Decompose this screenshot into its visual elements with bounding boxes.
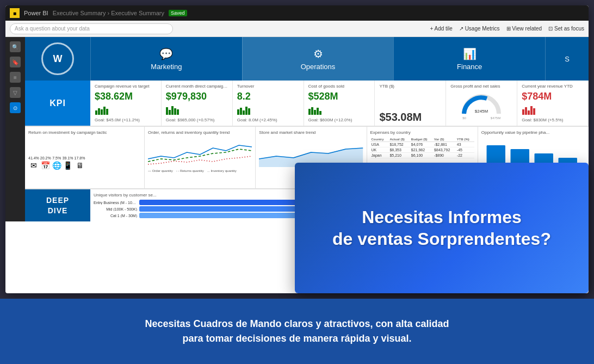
kpi-cell-2: Current month direct campaign r... $979,… [162, 81, 233, 126]
store-trend-title: Store and market share trend [259, 130, 363, 135]
gauge-min: $0 [462, 116, 466, 120]
legend-order: — Order quantity [148, 169, 173, 172]
overlay-box: Necesitas Informes de ventas Sorprendent… [295, 163, 589, 293]
sidebar-filter-icon[interactable]: ▽ [10, 87, 21, 98]
order-trend-svg [148, 137, 252, 167]
kpi-cell-5: YTB ($) $53.08M [375, 81, 446, 126]
overlay-headline: Necesitas Informes de ventas Sorprendent… [332, 206, 551, 250]
cell-budget: $6,100 [410, 153, 433, 158]
breadcrumb: Executive Summary › Executive Summary [53, 10, 164, 16]
table-row: USA $18,752 $4,076 -$2,881 43 [370, 142, 474, 147]
bar-col-4: 39.1% 📱 [63, 156, 73, 170]
svg-rect-2 [486, 145, 505, 164]
gauge-chart: $245M [460, 92, 503, 116]
col-actual: Actual ($) [388, 137, 410, 142]
cell-var: $843,792 [433, 147, 456, 153]
add-tile-btn[interactable]: + Add tile [430, 26, 452, 32]
table-row: Japan $5,210 $6,100 -$890 -22 [370, 153, 474, 158]
search-bar[interactable]: Ask a question about your data [10, 23, 173, 34]
kpi-cell-3: Turnover 8.2 Goal: 8.0M (+2.45%) [233, 81, 304, 126]
col-country: Country [370, 137, 389, 142]
kpi-sparkline-1 [95, 104, 157, 115]
logo-circle: W [41, 42, 74, 75]
cell-actual: $5,210 [388, 153, 410, 158]
kpi-title-4: Cost of goods sold [308, 84, 370, 89]
view-related-btn[interactable]: ⊞ View related [506, 26, 542, 32]
search-placeholder: Ask a question about your data [15, 26, 90, 32]
kpi-value-1: $38.62M [95, 91, 157, 101]
kpi-sub-2: Goal: $985,000 (+0.57%) [166, 118, 228, 122]
cell-country: USA [370, 142, 389, 147]
nav-tile-marketing[interactable]: 💬 Marketing [90, 37, 242, 81]
cell-ytb: -22 [456, 153, 474, 158]
bar-col-2: 20.2% 📅 [40, 156, 51, 170]
sidebar-search-icon[interactable]: 🔍 [10, 41, 21, 52]
kpi-sub-7: Goal: $830M (+5.5%) [522, 118, 584, 122]
kpi-value-3: 8.2 [237, 91, 299, 101]
kpi-title-2: Current month direct campaign r... [166, 84, 228, 89]
sidebar: 🔍 🔖 ≡ ▽ ⊙ [5, 37, 25, 221]
kpi-title-7: Current year revenue YTD [522, 84, 584, 89]
set-focus-btn[interactable]: ⊡ Set as focus [548, 26, 584, 32]
gauge-max: $475M [491, 116, 500, 120]
kpi-sparkline-4 [308, 104, 370, 115]
kpi-value-4: $528M [308, 91, 370, 101]
expenses-data-table: Country Actual ($) Budget ($) Var ($) YT… [370, 137, 474, 158]
dd-bar-label-3: Cat 1 (M - 30M) [94, 214, 137, 218]
col-budget: Budget ($) [410, 137, 433, 142]
bar-pct-4: 39.1% [63, 156, 73, 160]
kpi-cells: Campaign revenue vs target $38.62M Goal:… [90, 81, 589, 126]
cell-budget: $4,076 [410, 142, 433, 147]
bottom-banner: Necesitas Cuadros de Mando claros y atra… [0, 299, 594, 364]
logo-w: W [53, 53, 63, 65]
order-trend-title: Order, returns and inventory quantity tr… [148, 130, 252, 135]
bar-col-3: 7.5% 🌐 [52, 156, 61, 170]
globe-icon: 🌐 [52, 161, 61, 170]
order-trend-chart: Order, returns and inventory quantity tr… [145, 127, 256, 188]
kpi-label: KPI [25, 81, 90, 126]
kpi-cell-7: Current year revenue YTD $784M Goal: $83… [517, 81, 589, 126]
bar-col-5: 17.8% 🖥 [75, 156, 85, 170]
marketing-label: Marketing [151, 63, 182, 71]
save-badge: Saved [169, 10, 187, 16]
col-var: Var ($) [433, 137, 456, 142]
kpi-cell-4: Cost of goods sold $528M Goal: $600M (+1… [304, 81, 375, 126]
overlay-headline-text: Necesitas Informes de ventas Sorprendent… [332, 207, 551, 249]
usage-metrics-btn[interactable]: ↗ Usage Metrics [459, 26, 500, 32]
roi-chart: Return on investment by campaign tactic … [25, 127, 145, 188]
nav-tile-s[interactable]: S [545, 37, 589, 81]
outer-container: ■ Power BI Executive Summary › Executive… [0, 0, 594, 364]
kpi-sub-3: Goal: 8.0M (+2.45%) [237, 118, 299, 122]
app-title: Power BI [24, 10, 48, 16]
nav-tile-operations[interactable]: ⚙ Operations [242, 37, 394, 81]
kpi-value-2: $979,830 [166, 91, 228, 101]
kpi-cell-1: Campaign revenue vs target $38.62M Goal:… [90, 81, 162, 126]
powerbi-logo: ■ [10, 8, 20, 18]
sidebar-bookmark-icon[interactable]: 🔖 [10, 57, 21, 67]
dd-bar-label-2: Mid (100K - 500K) [94, 207, 137, 211]
nav-tile-finance[interactable]: 📊 Finance [393, 37, 545, 81]
toolbar: Ask a question about your data + Add til… [5, 21, 589, 37]
finance-icon: 📊 [463, 47, 477, 60]
cell-country: Japan [370, 153, 389, 158]
kpi-sparkline-3 [237, 104, 299, 115]
email-icon: ✉ [30, 161, 37, 170]
kpi-title-3: Turnover [237, 84, 299, 89]
kpi-sparkline-7 [522, 104, 584, 115]
title-bar: ■ Power BI Executive Summary › Executive… [5, 5, 589, 21]
cell-actual: $18,752 [388, 142, 410, 147]
kpi-value-5: $53.08M [379, 112, 441, 122]
sidebar-layers-icon[interactable]: ≡ [10, 72, 21, 83]
bar-col-1: 41.4% ✉ [28, 156, 39, 170]
cell-budget: $21,982 [410, 147, 433, 153]
deepdive-label: DEEP DIVE [25, 189, 90, 221]
bar-pct-1: 41.4% [28, 156, 39, 160]
finance-label: Finance [457, 63, 482, 71]
bar-pct-5: 17.8% [75, 156, 85, 160]
opportunity-title: Opportunity value by pipeline pha... [481, 130, 585, 135]
dashboard-logo: W [25, 37, 90, 81]
sidebar-active-icon[interactable]: ⊙ [10, 102, 21, 113]
bar-pct-3: 7.5% [52, 156, 61, 160]
col-ytb: YTB (%) [456, 137, 474, 142]
operations-icon: ⚙ [313, 47, 323, 60]
